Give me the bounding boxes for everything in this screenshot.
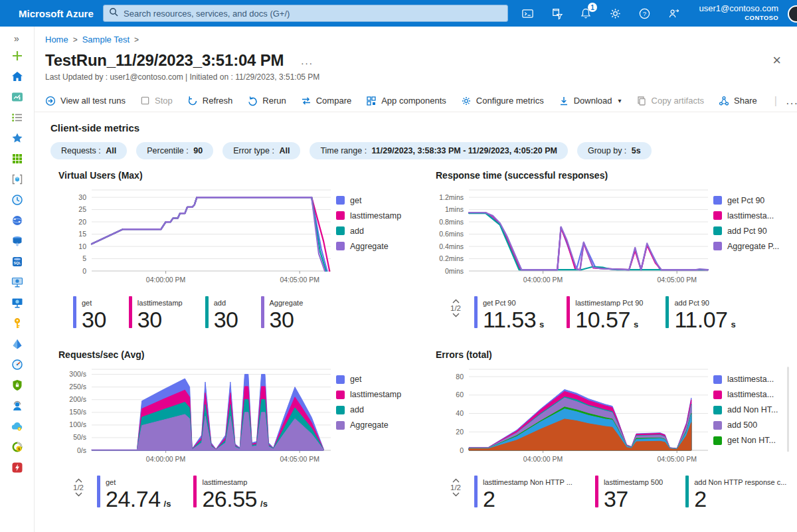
sidebar-item-storage[interactable] bbox=[5, 232, 29, 252]
avatar[interactable] bbox=[788, 5, 797, 23]
key-vault-icon bbox=[11, 317, 24, 333]
breadcrumb-link[interactable]: Sample Test bbox=[82, 35, 130, 44]
filter-pill-group-by[interactable]: Group by : 5s bbox=[577, 142, 652, 159]
svg-text:0.4mins: 0.4mins bbox=[439, 242, 464, 250]
stat-color-bar bbox=[685, 476, 689, 507]
legend-item[interactable]: lasttimesta... bbox=[713, 387, 792, 402]
legend-item[interactable]: get Pct 90 bbox=[713, 193, 792, 208]
toolbar-app-components-button[interactable]: App components bbox=[366, 96, 446, 106]
sidebar-item-advisor[interactable] bbox=[5, 417, 29, 438]
feedback-icon[interactable] bbox=[666, 6, 681, 21]
azure-brand[interactable]: Microsoft Azure bbox=[19, 8, 94, 19]
legend-item[interactable]: add Non HT... bbox=[713, 402, 792, 418]
filter-pill-requests[interactable]: Requests : All bbox=[50, 142, 127, 159]
stat-color-bar bbox=[595, 476, 598, 507]
pager-count: 1/2 bbox=[450, 484, 461, 491]
legend-item[interactable]: lasttimestamp bbox=[336, 387, 414, 402]
sidebar-item-all-resources[interactable] bbox=[5, 149, 29, 170]
legend-item[interactable]: add bbox=[336, 402, 414, 418]
legend-item[interactable]: lasttimesta... bbox=[713, 208, 792, 223]
toolbar-configure-metrics-button[interactable]: Configure metrics bbox=[461, 96, 544, 106]
sidebar-item-azure-ad[interactable] bbox=[5, 335, 29, 355]
stat-value: 11.53 bbox=[483, 308, 536, 332]
pager-up-icon[interactable] bbox=[452, 299, 460, 304]
sidebar-item-resource-groups[interactable] bbox=[5, 170, 29, 191]
legend-item[interactable]: Aggregate P... bbox=[713, 238, 792, 254]
legend-swatch bbox=[336, 242, 345, 250]
metric-stat: lasttimestamp30 bbox=[129, 296, 183, 332]
help-icon[interactable]: ? bbox=[637, 6, 652, 21]
sidebar-item-home[interactable] bbox=[5, 67, 29, 88]
pager-up-icon[interactable] bbox=[75, 478, 82, 483]
account-menu[interactable]: user1@contoso.com CONTOSO bbox=[699, 3, 778, 22]
legend-label: lasttimesta... bbox=[727, 390, 774, 399]
legend-item[interactable]: add Pct 90 bbox=[713, 223, 792, 238]
toolbar-compare-button[interactable]: Compare bbox=[301, 96, 351, 106]
stat-color-bar bbox=[474, 296, 478, 328]
toolbar-copy-artifacts-button[interactable]: Copy artifacts bbox=[636, 96, 704, 106]
stat-label: lasttimestamp bbox=[137, 299, 183, 307]
legend-item[interactable]: lasttimestamp bbox=[336, 208, 414, 223]
legend-item[interactable]: get bbox=[336, 193, 414, 208]
sidebar-item-dashboard[interactable] bbox=[5, 88, 29, 108]
toolbar-overflow-button[interactable]: ... bbox=[786, 95, 797, 106]
toolbar-refresh-button[interactable]: Refresh bbox=[187, 96, 233, 106]
cloud-shell-icon[interactable] bbox=[520, 6, 535, 21]
legend-item[interactable]: get Non HT... bbox=[713, 433, 792, 448]
directory-filter-icon[interactable] bbox=[549, 6, 564, 21]
sidebar-item-expand-sidebar[interactable]: » bbox=[5, 31, 29, 46]
pager-down-icon[interactable] bbox=[452, 313, 460, 317]
settings-gear-icon[interactable] bbox=[608, 6, 622, 21]
chart-legend: getlasttimestampaddAggregate bbox=[336, 185, 414, 292]
stat-color-bar bbox=[567, 296, 570, 328]
stat-label: add Pct 90 bbox=[674, 299, 709, 307]
filter-value: 5s bbox=[632, 146, 641, 155]
toolbar-stop-button[interactable]: Stop bbox=[140, 96, 173, 106]
sidebar-item-favorites-star[interactable] bbox=[5, 129, 29, 149]
legend-item[interactable]: Aggregate bbox=[336, 418, 414, 433]
sidebar-item-cost-management[interactable]: $ bbox=[5, 438, 29, 458]
sidebar-item-support[interactable] bbox=[5, 397, 29, 417]
legend-item[interactable]: lasttimesta... bbox=[713, 372, 792, 387]
sidebar-item-virtual-machines[interactable] bbox=[5, 273, 29, 294]
legend-item[interactable]: add 500 bbox=[713, 418, 792, 433]
title-more-button[interactable]: ... bbox=[301, 55, 313, 66]
search-input[interactable] bbox=[124, 9, 502, 19]
toolbar-download-button[interactable]: Download▾ bbox=[559, 96, 622, 106]
toolbar-rerun-button[interactable]: Rerun bbox=[247, 96, 286, 106]
pager-down-icon[interactable] bbox=[75, 492, 82, 497]
toolbar-view-all-test-runs-button[interactable]: View all test runs bbox=[45, 96, 126, 106]
sidebar-item-monitor-desktop[interactable] bbox=[5, 294, 29, 314]
filter-pill-error-type[interactable]: Error type : All bbox=[222, 142, 300, 159]
sidebar-item-metrics-gauge[interactable] bbox=[5, 355, 29, 376]
legend-item[interactable]: Aggregate bbox=[336, 238, 414, 254]
notifications-bell-icon[interactable]: 1 bbox=[578, 6, 593, 21]
filter-pill-time-range[interactable]: Time range : 11/29/2023, 3:58:33 PM - 11… bbox=[310, 142, 568, 159]
legend-item[interactable]: get 500 bbox=[713, 448, 792, 452]
sidebar-item-recent[interactable] bbox=[5, 191, 29, 211]
stat-label: add Non HTTP response c... bbox=[694, 478, 786, 486]
legend-item[interactable]: add bbox=[336, 223, 414, 238]
sidebar-item-cosmos-db[interactable] bbox=[5, 211, 29, 232]
global-search[interactable] bbox=[103, 5, 508, 22]
legend-swatch bbox=[713, 226, 722, 235]
sidebar-item-create-resource[interactable] bbox=[5, 46, 29, 67]
toolbar-share-button[interactable]: Share bbox=[719, 96, 757, 106]
sidebar-item-security-center[interactable] bbox=[5, 376, 29, 397]
pager-down-icon[interactable] bbox=[452, 492, 460, 497]
expand-sidebar-icon: » bbox=[14, 33, 19, 44]
chart-title: Virtual Users (Max) bbox=[58, 170, 414, 181]
sidebar-item-resource-health[interactable] bbox=[5, 458, 29, 479]
filter-pill-percentile[interactable]: Percentile : 90 bbox=[136, 142, 213, 159]
share-icon bbox=[719, 96, 729, 106]
sidebar-item-sql-database[interactable]: SQL bbox=[5, 252, 29, 273]
sidebar-item-key-vault[interactable] bbox=[5, 314, 29, 335]
svg-text:04:05:00 PM: 04:05:00 PM bbox=[280, 455, 319, 463]
breadcrumb-link[interactable]: Home bbox=[45, 35, 68, 44]
pager-up-icon[interactable] bbox=[452, 478, 460, 483]
stat-value: 37 bbox=[604, 488, 628, 511]
close-icon[interactable]: × bbox=[772, 54, 781, 67]
sidebar-item-all-services[interactable] bbox=[5, 108, 29, 129]
chart-stats: 1/2lasttimestamp Non HTTP ...2lasttimest… bbox=[450, 476, 792, 511]
legend-item[interactable]: get bbox=[336, 372, 414, 387]
